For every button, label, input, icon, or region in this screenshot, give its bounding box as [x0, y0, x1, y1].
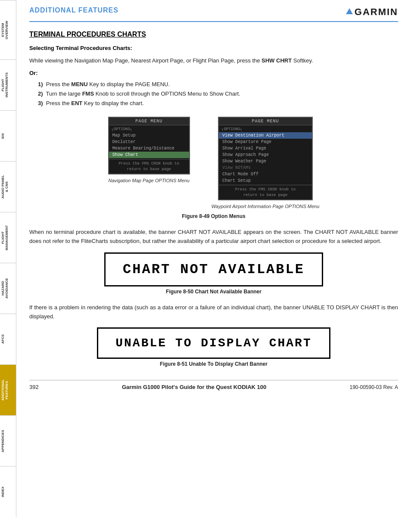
sidebar-tab-system-overview[interactable]: SYSTEMOVERVIEW [0, 0, 16, 59]
left-menu-title: PAGE MENU [109, 118, 189, 125]
garmin-triangle-icon [346, 8, 353, 14]
figure-49-caption: Figure 8-49 Option Menus [29, 213, 398, 219]
right-menu-options-header: ┐OPTIONS┐ [219, 126, 312, 132]
steps-list: 1) Press the MENU Key to display the PAG… [38, 80, 398, 108]
page-header-title: ADDITIONAL FEATURES [29, 6, 118, 14]
right-menu-container: PAGE MENU ┐OPTIONS┐ View Destination Air… [212, 117, 320, 209]
right-menu-item-chart-setup[interactable]: Chart Setup [219, 177, 312, 184]
right-menu-item-show-arrival[interactable]: Show Arrival Page [219, 145, 312, 152]
sidebar-tab-hazard-avoidance[interactable]: HAZARDAVOIDANCE [0, 263, 16, 314]
step-2: 2) Turn the large FMS Knob to scroll thr… [38, 89, 398, 99]
section-heading: TERMINAL PROCEDURES CHARTS [29, 31, 398, 38]
sidebar-tab-audio-panel[interactable]: AUDIO PANEL& CNS [0, 161, 16, 212]
main-content: ADDITIONAL FEATURES GARMIN TERMINAL PROC… [16, 0, 411, 532]
sub-heading: Selecting Terminal Procedures Charts: [29, 45, 398, 51]
right-page-menu: PAGE MENU ┐OPTIONS┐ View Destination Air… [218, 117, 313, 200]
right-menu-items: ┐OPTIONS┐ View Destination Airport Show … [219, 125, 312, 185]
figure-51-caption: Figure 8-51 Unable To Display Chart Bann… [29, 361, 398, 367]
garmin-logo-text: GARMIN [355, 6, 398, 18]
unable-to-display-container: UNABLE TO DISPLAY CHART [29, 327, 398, 359]
left-menu-item-map-setup[interactable]: Map Setup [109, 132, 189, 139]
garmin-logo: GARMIN [346, 6, 398, 18]
left-menu-options-header: ┐OPTIONS┐ [109, 126, 189, 132]
intro-text: While viewing the Navigation Map Page, N… [29, 56, 398, 65]
left-menu-footer: Press the FMS CRSR knob toreturn to base… [109, 159, 189, 174]
sidebar-tab-additional-features[interactable]: ADDITIONALFEATURES [0, 364, 16, 415]
chart-not-available-banner: CHART NOT AVAILABLE [104, 252, 323, 286]
sidebar-tab-flight-instruments[interactable]: FLIGHTINSTRUMENTS [0, 59, 16, 110]
or-text: Or: [29, 70, 398, 76]
left-menu-item-show-chart[interactable]: Show Chart [109, 152, 189, 158]
body-text-1: When no terminal procedure chart is avai… [29, 228, 398, 246]
right-menu-footer: Press the FMS CRSR knob toreturn to base… [219, 185, 312, 199]
right-menu-item-show-approach[interactable]: Show Approach Page [219, 152, 312, 158]
unable-to-display-banner: UNABLE TO DISPLAY CHART [97, 327, 330, 359]
right-menu-title: PAGE MENU [219, 118, 312, 125]
footer-doc-number: 190-00590-03 Rev. A [349, 384, 398, 390]
sidebar-tab-eis[interactable]: EIS [0, 110, 16, 161]
right-menu-item-view-notams[interactable]: View NOTAMs [219, 165, 312, 171]
chart-not-available-container: CHART NOT AVAILABLE [29, 252, 398, 286]
left-menu-items: ┐OPTIONS┐ Map Setup Declutter Measure Be… [109, 125, 189, 159]
step-3: 3) Press the ENT Key to display the char… [38, 99, 398, 108]
sidebar: SYSTEMOVERVIEW FLIGHTINSTRUMENTS EIS AUD… [0, 0, 16, 517]
left-menu-caption: Navigation Map Page OPTIONS Menu [109, 178, 190, 183]
page-footer: 392 Garmin G1000 Pilot's Guide for the Q… [29, 380, 398, 390]
right-menu-item-chart-mode-off[interactable]: Chart Mode Off [219, 171, 312, 177]
left-page-menu: PAGE MENU ┐OPTIONS┐ Map Setup Declutter … [108, 117, 190, 174]
right-menu-item-view-dest[interactable]: View Destination Airport [219, 132, 312, 139]
sidebar-tab-appendices[interactable]: APPENDICES [0, 415, 16, 466]
page-header: ADDITIONAL FEATURES GARMIN [29, 6, 398, 22]
step-1: 1) Press the MENU Key to display the PAG… [38, 80, 398, 89]
footer-title: Garmin G1000 Pilot's Guide for the Quest… [122, 384, 266, 390]
sidebar-tab-flight-management[interactable]: FLIGHTMANAGEMENT [0, 212, 16, 263]
right-menu-caption: Waypoint Airport Information Page OPTION… [212, 204, 320, 209]
sidebar-tab-index[interactable]: INDEX [0, 466, 16, 517]
screenshots-row: PAGE MENU ┐OPTIONS┐ Map Setup Declutter … [29, 117, 398, 209]
right-menu-item-show-weather[interactable]: Show Weather Page [219, 158, 312, 165]
left-menu-container: PAGE MENU ┐OPTIONS┐ Map Setup Declutter … [108, 117, 190, 209]
figure-50-caption: Figure 8-50 Chart Not Available Banner [29, 289, 398, 295]
sidebar-tab-afcs[interactable]: AFCS [0, 314, 16, 364]
footer-page-number: 392 [29, 384, 39, 390]
right-menu-item-show-departure[interactable]: Show Departure Page [219, 139, 312, 145]
body-text-2: If there is a problem in rendering the d… [29, 303, 398, 321]
left-menu-item-measure[interactable]: Measure Bearing/Distance [109, 145, 189, 152]
left-menu-item-declutter[interactable]: Declutter [109, 139, 189, 145]
